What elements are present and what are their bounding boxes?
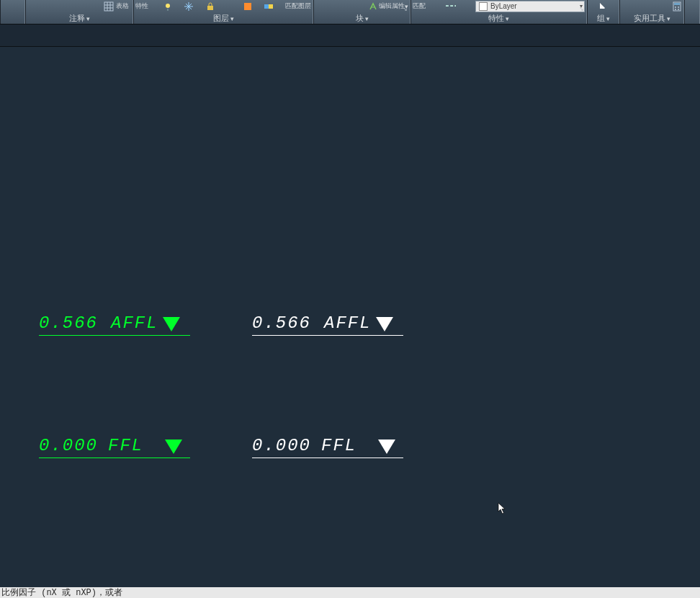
svg-point-24 [678,9,679,10]
marker-label: FFL [108,436,143,455]
svg-rect-12 [244,3,251,10]
layer-match-icon[interactable] [264,1,274,12]
panel-label-groups[interactable]: 组 [588,12,619,24]
marker-value: 0.000 [39,436,98,455]
linetype-icon[interactable] [446,1,456,12]
layer-lock-icon[interactable] [205,1,215,12]
panel-label-layers[interactable]: 图层 [134,12,313,24]
layer-dropdown[interactable]: ByLayer ▾ [475,1,585,12]
mouse-cursor [498,502,506,515]
marker-underline [39,335,190,336]
marker-value: 0.000 [252,436,311,455]
layer-off-icon[interactable] [163,1,173,12]
tab-strip [0,24,700,47]
panel-launcher-blocks[interactable]: ↘ [403,6,408,12]
layer-color-swatch [479,2,488,11]
panel-label-blocks[interactable]: 块 [314,12,410,24]
marker-value: 0.566 [252,313,311,333]
triangle-down-icon [165,439,182,454]
group-select-icon[interactable] [598,1,609,12]
marker-underline [252,335,403,336]
elevation-marker[interactable]: 0.000 FFL [39,436,190,455]
elevation-marker[interactable]: 0.000 FFL [252,436,403,455]
triangle-down-icon [163,317,180,331]
drawing-canvas[interactable]: 0.566 AFFL 0.566 AFFL 0.000 FFL 0.000 FF… [0,47,700,587]
svg-point-21 [675,6,676,8]
panel-label-utilities[interactable]: 实用工具 [620,12,683,24]
layer-color-icon[interactable] [243,1,253,12]
svg-rect-13 [264,4,269,9]
svg-rect-14 [269,4,273,9]
panel-label-properties[interactable]: 特性 [411,12,586,24]
calculator-icon[interactable] [672,1,682,12]
panel-label-annotate[interactable]: 注释 [26,12,133,24]
marker-label: FFL [321,436,356,455]
match-properties-label[interactable]: 匹配 [413,1,426,11]
layer-current-value: ByLayer [490,2,517,10]
marker-value: 0.566 [39,313,98,333]
command-line[interactable]: 比例因子 (nX 或 nXP)，或者 [0,587,700,598]
elevation-marker[interactable]: 0.566 AFFL [252,313,403,333]
command-line-text: 比例因子 (nX 或 nXP)，或者 [1,588,122,598]
marker-label: AFFL [324,313,372,333]
edit-attributes-icon[interactable] [369,1,379,12]
svg-point-22 [678,6,679,8]
layer-freeze-icon[interactable] [184,1,194,12]
panel-annotate: 表格 注释 [25,0,133,24]
panel-0 [0,0,25,24]
match-layer-label[interactable]: 匹配图层 [285,1,311,11]
ribbon: 表格 注释 特性 匹配图层 图层 编辑属性 ▾ 块 ↘ 匹配 [0,0,700,24]
table-label[interactable]: 表格 [116,1,129,11]
svg-point-23 [675,9,676,10]
svg-rect-20 [674,3,680,5]
triangle-down-icon [376,317,393,331]
panel-groups: 组 [587,0,619,24]
marker-underline [39,458,190,458]
marker-label: AFFL [111,313,158,333]
panel-tail [684,0,700,24]
triangle-down-icon [378,439,395,454]
svg-point-5 [166,4,170,8]
elevation-marker[interactable]: 0.566 AFFL [39,313,190,333]
panel-blocks: 编辑属性 ▾ 块 ↘ [313,0,410,24]
svg-rect-0 [104,2,113,11]
panel-utilities: 实用工具 [619,0,684,24]
svg-rect-11 [207,6,213,10]
panel-launcher-properties[interactable]: ↘ [579,6,584,12]
panel-layers: 特性 匹配图层 图层 [133,0,313,24]
layer-properties-label[interactable]: 特性 [135,1,148,11]
edit-attributes-label[interactable]: 编辑属性 [379,1,405,11]
panel-properties: 匹配 ByLayer ▾ 特性 ↘ [410,0,587,24]
table-icon[interactable] [104,1,114,12]
marker-underline [252,458,403,458]
